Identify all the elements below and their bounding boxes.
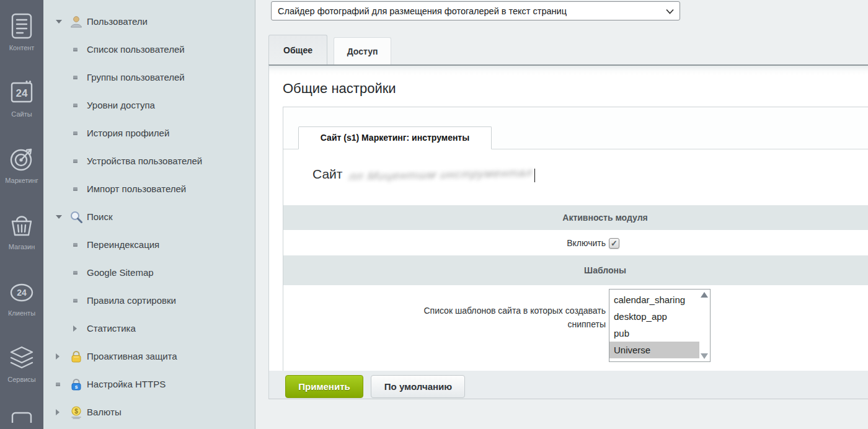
sidebar-item-label: Магазин <box>9 243 35 250</box>
menu-item-search[interactable]: Поиск <box>43 203 255 231</box>
currency-icon: $ <box>69 405 87 419</box>
chevron-down-icon <box>56 215 69 219</box>
menu-item-profile-history[interactable]: История профилей <box>43 119 255 147</box>
bullet-icon <box>73 131 87 135</box>
site-line: Сайт пп Мицентшм инструментал <box>283 149 868 205</box>
menu-item-label: Настройка HTTPS <box>87 379 166 389</box>
bullet-icon <box>73 159 87 163</box>
menu-item-currencies[interactable]: $Валюты <box>43 398 255 426</box>
sidebar-item-marketing[interactable]: Маркетинг <box>0 145 43 211</box>
menu-item-statistics[interactable]: Статистика <box>43 314 255 342</box>
menu-item-label: Правила сортировки <box>87 295 176 306</box>
tab-general[interactable]: Общее <box>268 35 327 64</box>
sidebar-item-label: Клиенты <box>8 309 35 317</box>
template-option-universe[interactable]: Universe <box>609 342 699 358</box>
bullet-icon <box>73 104 87 107</box>
bullet-icon <box>73 299 87 303</box>
module-select[interactable]: Слайдер фотографий для размещения фотога… <box>271 1 680 20</box>
section-header-activity: Активность модуля <box>283 205 868 230</box>
templates-row: Список шаблонов сайта в которых создават… <box>283 285 868 362</box>
sidebar-item-clients[interactable]: 24Клиенты <box>0 278 43 344</box>
sidebar-item-content[interactable]: Контент <box>0 12 43 79</box>
menu-item-label: Пользователи <box>87 16 148 27</box>
admin-menu: ПользователиСписок пользователейГруппы п… <box>43 0 255 429</box>
menu-item-label: Переиндексация <box>87 239 159 250</box>
svg-text:24: 24 <box>16 87 28 99</box>
sidebar-item-store[interactable]: Магазин <box>0 211 43 278</box>
svg-text:24: 24 <box>17 288 27 298</box>
https-lock-icon: s <box>69 378 87 391</box>
module-select-row: Слайдер фотографий для размещения фотога… <box>255 0 868 20</box>
menu-item-user-groups[interactable]: Группы пользователей <box>43 63 255 91</box>
listbox-scrollbar[interactable] <box>700 292 709 359</box>
tab-bar: Общее Доступ <box>268 35 868 64</box>
page-title: Общие настройки <box>283 81 868 97</box>
template-option-calendar_sharing[interactable]: calendar_sharing <box>609 291 699 308</box>
bullet-icon <box>73 271 87 275</box>
sidebar-item-partial[interactable] <box>0 410 43 429</box>
admin-app: Контент24СайтыМаркетингМагазин24КлиентыС… <box>0 0 868 429</box>
menu-item-google-sitemap[interactable]: Google Sitemap <box>43 259 255 286</box>
text-caret <box>534 169 535 182</box>
settings-content: Общие настройки Сайт (s1) Маркетинг: инс… <box>268 64 868 399</box>
scroll-down-icon[interactable] <box>701 353 708 359</box>
svg-text:$: $ <box>74 408 78 415</box>
target-icon <box>7 145 36 172</box>
menu-item-sort-rules[interactable]: Правила сортировки <box>43 286 255 314</box>
chevron-down-icon <box>666 6 674 16</box>
menu-item-user-devices[interactable]: Устройства пользователей <box>43 147 255 175</box>
bullet-icon <box>73 187 87 191</box>
enable-checkbox[interactable]: ✓ <box>609 238 619 249</box>
chevron-right-icon <box>56 409 69 415</box>
settings-panel: Сайт (s1) Маркетинг: инструменты Сайт пп… <box>283 107 868 389</box>
bullet-icon <box>73 48 87 51</box>
templates-multiselect[interactable]: calendar_sharingdesktop_apppubUniverse <box>609 289 711 362</box>
menu-item-label: Список пользователей <box>87 44 185 55</box>
menu-item-label: Импорт пользователей <box>87 184 186 194</box>
tab-site-s1[interactable]: Сайт (s1) Маркетинг: инструменты <box>298 126 492 149</box>
template-option-pub[interactable]: pub <box>609 325 699 342</box>
menu-item-reindex[interactable]: Переиндексация <box>43 231 255 259</box>
templates-label: Список шаблонов сайта в которых создават… <box>390 304 606 332</box>
menu-item-label: Уровни доступа <box>87 100 155 110</box>
main-area: Слайдер фотографий для размещения фотога… <box>255 0 868 429</box>
templates-options: calendar_sharingdesktop_apppubUniverse <box>609 291 699 358</box>
menu-item-proactive[interactable]: Проактивная защита <box>43 342 255 370</box>
menu-item-label: История профилей <box>87 128 169 138</box>
menu-item-user-list[interactable]: Список пользователей <box>43 35 255 63</box>
template-option-desktop_app[interactable]: desktop_app <box>609 308 699 325</box>
menu-item-https-settings[interactable]: sНастройка HTTPS <box>43 370 255 398</box>
site-label: Сайт <box>312 167 342 182</box>
svg-text:s: s <box>75 384 78 390</box>
basket-icon <box>7 211 36 239</box>
apply-button[interactable]: Применить <box>285 375 363 398</box>
sidebar-item-label: Сервисы <box>7 376 36 383</box>
sidebar-item-label: Контент <box>9 44 35 51</box>
sidebar-item-label: Сайты <box>11 110 32 118</box>
user-icon <box>69 15 87 29</box>
chevron-down-icon <box>56 20 69 24</box>
tab-access[interactable]: Доступ <box>334 37 391 64</box>
menu-item-users[interactable]: Пользователи <box>43 7 255 35</box>
enable-label: Включить <box>567 238 606 248</box>
menu-item-label: Валюты <box>87 407 122 417</box>
sites-24-icon: 24 <box>7 79 36 106</box>
default-button[interactable]: По умолчанию <box>371 375 465 398</box>
menu-item-label: Статистика <box>87 323 136 334</box>
sidebar-item-label: Маркетинг <box>5 177 38 184</box>
menu-item-user-import[interactable]: Импорт пользователей <box>43 175 255 203</box>
menu-item-label: Google Sitemap <box>87 267 154 278</box>
menu-item-label: Устройства пользователей <box>87 156 202 166</box>
enable-row: Включить ✓ <box>283 230 868 255</box>
menu-item-access-levels[interactable]: Уровни доступа <box>43 91 255 119</box>
layers-icon <box>7 344 36 371</box>
app-sidebar: Контент24СайтыМаркетингМагазин24КлиентыС… <box>0 0 43 429</box>
sidebar-item-services[interactable]: Сервисы <box>0 344 43 410</box>
partial-icon <box>7 410 36 423</box>
sidebar-item-sites[interactable]: 24Сайты <box>0 79 43 145</box>
scroll-up-icon[interactable] <box>701 292 708 298</box>
search-icon <box>69 210 87 224</box>
lock-icon <box>69 350 87 363</box>
bullet-icon <box>73 76 87 79</box>
menu-item-label: Поиск <box>87 211 113 222</box>
